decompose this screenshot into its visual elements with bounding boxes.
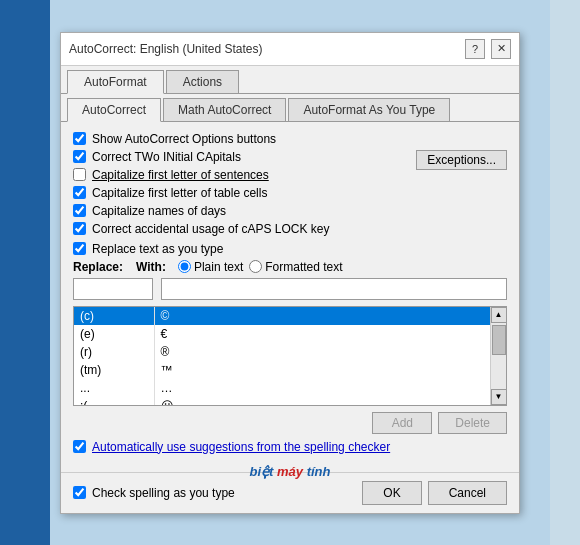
auto-suggest-checkbox[interactable] [73, 440, 86, 453]
title-bar: AutoCorrect: English (United States) ? ✕ [61, 33, 519, 66]
correct-two-row: Correct TWo INitial CApitals Exceptions.… [73, 150, 507, 164]
tab-autoformat-as-you-type[interactable]: AutoFormat As You Type [288, 98, 450, 121]
show-options-checkbox[interactable] [73, 132, 86, 145]
table-row[interactable]: (tm)™ [74, 361, 490, 379]
table-cell-with: … [154, 379, 490, 397]
second-tab-row: AutoCorrect Math AutoCorrect AutoFormat … [61, 94, 519, 122]
replace-as-you-type-checkbox[interactable] [73, 242, 86, 255]
correct-caps-checkbox[interactable] [73, 222, 86, 235]
table-row[interactable]: (c)© [74, 307, 490, 325]
capitalize-table-label: Capitalize first letter of table cells [92, 186, 267, 200]
tab-autocorrect[interactable]: AutoCorrect [67, 98, 161, 122]
tab-autoformat[interactable]: AutoFormat [67, 70, 164, 94]
with-label: With: [136, 260, 166, 274]
table-row[interactable]: (r)® [74, 343, 490, 361]
dialog-body: Show AutoCorrect Options buttons Correct… [61, 122, 519, 472]
replace-as-you-type-row: Replace text as you type [73, 242, 507, 256]
formatted-text-label: Formatted text [265, 260, 342, 274]
capitalize-first-checkbox[interactable] [73, 168, 86, 181]
cancel-button[interactable]: Cancel [428, 481, 507, 505]
auto-suggest-row: Automatically use suggestions from the s… [73, 440, 507, 454]
scroll-track[interactable] [491, 323, 507, 389]
radio-group: Plain text Formatted text [178, 260, 343, 274]
capitalize-first-label: Capitalize first letter of sentences [92, 168, 269, 182]
delete-button[interactable]: Delete [438, 412, 507, 434]
table-cell-replace: (e) [74, 325, 154, 343]
autocorrect-table: (c)©(e)€(r)®(tm)™...…:(☹ ▲ ▼ [73, 306, 507, 406]
bottom-bar: Check spelling as you type OK Cancel [61, 472, 519, 513]
check-spelling-checkbox[interactable] [73, 486, 86, 499]
show-options-row: Show AutoCorrect Options buttons [73, 132, 507, 146]
capitalize-days-label: Capitalize names of days [92, 204, 226, 218]
capitalize-days-checkbox[interactable] [73, 204, 86, 217]
capitalize-table-checkbox[interactable] [73, 186, 86, 199]
table-row[interactable]: (e)€ [74, 325, 490, 343]
replace-as-you-type-label: Replace text as you type [92, 242, 223, 256]
capitalize-first-row: Capitalize first letter of sentences [73, 168, 507, 182]
formatted-text-radio[interactable] [249, 260, 262, 273]
table-cell-replace: (r) [74, 343, 154, 361]
table-cell-replace: (tm) [74, 361, 154, 379]
tab-math-autocorrect[interactable]: Math AutoCorrect [163, 98, 286, 121]
add-delete-btn-row: Add Delete [73, 412, 507, 434]
autocorrect-entries-table: (c)©(e)€(r)®(tm)™...…:(☹ [74, 307, 490, 405]
scroll-down-arrow[interactable]: ▼ [491, 389, 507, 405]
ok-button[interactable]: OK [362, 481, 421, 505]
help-button[interactable]: ? [465, 39, 485, 59]
exceptions-button[interactable]: Exceptions... [416, 150, 507, 170]
table-row[interactable]: ...… [74, 379, 490, 397]
plain-text-radio-label[interactable]: Plain text [178, 260, 243, 274]
scroll-thumb[interactable] [492, 325, 506, 355]
autocorrect-dialog: AutoCorrect: English (United States) ? ✕… [60, 32, 520, 514]
plain-text-radio[interactable] [178, 260, 191, 273]
bottom-checkbox-area: Check spelling as you type [73, 481, 356, 505]
correct-caps-row: Correct accidental usage of cAPS LOCK ke… [73, 222, 507, 236]
table-cell-with: ™ [154, 361, 490, 379]
correct-two-checkbox[interactable] [73, 150, 86, 163]
correct-caps-label: Correct accidental usage of cAPS LOCK ke… [92, 222, 329, 236]
replace-with-row: Replace: With: Plain text Formatted text [73, 260, 507, 274]
table-cell-replace: ... [74, 379, 154, 397]
dialog-title: AutoCorrect: English (United States) [69, 42, 262, 56]
table-cell-with: € [154, 325, 490, 343]
title-bar-controls: ? ✕ [465, 39, 511, 59]
table-row[interactable]: :(☹ [74, 397, 490, 405]
add-button[interactable]: Add [372, 412, 432, 434]
check-spelling-label: Check spelling as you type [92, 486, 235, 500]
replace-inputs-row [73, 278, 507, 300]
show-options-label: Show AutoCorrect Options buttons [92, 132, 276, 146]
replace-input[interactable] [73, 278, 153, 300]
table-cell-with: ® [154, 343, 490, 361]
tab-actions[interactable]: Actions [166, 70, 239, 93]
table-cell-with: ☹ [154, 397, 490, 405]
table-cell-with: © [154, 307, 490, 325]
correct-two-label: Correct TWo INitial CApitals [92, 150, 241, 164]
plain-text-label: Plain text [194, 260, 243, 274]
scrollbar[interactable]: ▲ ▼ [490, 307, 506, 405]
close-button[interactable]: ✕ [491, 39, 511, 59]
scroll-up-arrow[interactable]: ▲ [491, 307, 507, 323]
top-tab-row: AutoFormat Actions [61, 66, 519, 94]
replace-label: Replace: [73, 260, 128, 274]
table-scroll[interactable]: (c)©(e)€(r)®(tm)™...…:(☹ [74, 307, 490, 405]
capitalize-table-row: Capitalize first letter of table cells [73, 186, 507, 200]
with-input[interactable] [161, 278, 507, 300]
table-cell-replace: (c) [74, 307, 154, 325]
table-cell-replace: :( [74, 397, 154, 405]
capitalize-days-row: Capitalize names of days [73, 204, 507, 218]
formatted-text-radio-label[interactable]: Formatted text [249, 260, 342, 274]
auto-suggest-label: Automatically use suggestions from the s… [92, 440, 390, 454]
